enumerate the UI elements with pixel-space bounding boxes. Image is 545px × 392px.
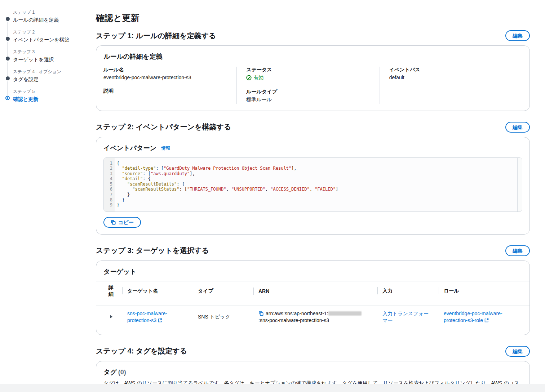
code-token: } xyxy=(117,197,125,202)
step-done-dot-icon xyxy=(6,17,10,21)
rule-detail-col3: イベントバス default xyxy=(380,67,522,104)
code-token: "ACCESS_DENIED" xyxy=(270,187,309,192)
status-label: ステータス xyxy=(246,67,370,73)
step-label: ステップ 1 xyxy=(13,9,96,15)
step-label: ステップ 4 - オプション xyxy=(13,69,96,75)
target-name-link[interactable]: sns-poc-malware-protection-s3 xyxy=(127,311,167,323)
code-token: , xyxy=(265,187,270,192)
edit-step3-button[interactable]: 編集 xyxy=(505,245,530,256)
line-number: 7 xyxy=(104,192,112,197)
code-token: } xyxy=(117,192,130,197)
arn-prefix: arn:aws:sns:ap-northeast-1: xyxy=(266,311,328,316)
code-token xyxy=(117,182,127,187)
page-title: 確認と更新 xyxy=(96,12,530,24)
rule-type-value: 標準ルール xyxy=(246,96,370,103)
code-line: } xyxy=(117,202,517,208)
targets-panel-title: ターゲット xyxy=(103,267,137,276)
edit-step2-button[interactable]: 編集 xyxy=(505,122,530,133)
targets-panel: ターゲット 詳細 ターゲット名 タイプ ARN 入力 ロール sns-poc-m… xyxy=(96,260,530,335)
copy-button[interactable]: コピー xyxy=(103,217,141,228)
step-label: ステップ 2 xyxy=(13,29,96,35)
step3-heading: ステップ 3: ターゲットを選択する xyxy=(96,246,209,255)
col-header-arn: ARN xyxy=(253,285,377,297)
rule-detail-panel-title: ルールの詳細を定義 xyxy=(103,52,163,61)
line-number: 1 xyxy=(104,161,112,166)
event-bus-label: イベントバス xyxy=(389,67,513,73)
code-gutter: 123456789 xyxy=(104,158,115,211)
code-token xyxy=(117,166,122,171)
rule-name-label: ルール名 xyxy=(103,67,227,73)
event-bus-value: default xyxy=(389,74,513,81)
targets-table-header: 詳細 ターゲット名 タイプ ARN 入力 ロール xyxy=(103,281,522,300)
line-number: 5 xyxy=(104,182,112,187)
code-token: "detail" xyxy=(122,176,143,181)
sidebar-item-step4[interactable]: ステップ 4 - オプション タグを設定 xyxy=(6,69,96,89)
info-link[interactable]: 情報 xyxy=(161,146,170,151)
code-token: : [ xyxy=(143,171,151,176)
tags-count: (0) xyxy=(118,369,126,376)
step-title: ターゲットを選択 xyxy=(13,57,96,63)
code-line: "scanResultDetails": { xyxy=(117,182,517,187)
code-line: } xyxy=(117,192,517,197)
code-token: "detail-type" xyxy=(122,166,156,171)
expand-row-caret-icon[interactable] xyxy=(110,315,112,318)
col-header-role: ロール xyxy=(439,285,522,297)
tags-panel-title: タグ xyxy=(103,368,117,377)
step-title: ルールの詳細を定義 xyxy=(13,17,96,23)
role-link[interactable]: eventbridge-poc-malware-protection-s3-ro… xyxy=(444,311,502,323)
code-scrollbar[interactable] xyxy=(517,158,522,211)
sidebar-item-step3[interactable]: ステップ 3 ターゲットを選択 xyxy=(6,49,96,69)
edit-step1-button[interactable]: 編集 xyxy=(505,30,530,41)
step-title: 確認と更新 xyxy=(13,96,96,102)
col-header-input: 入力 xyxy=(377,285,439,297)
code-line: "scanResultStatus": ["THREATS_FOUND", "U… xyxy=(117,187,517,192)
external-link-icon xyxy=(484,318,489,322)
col-header-target-name: ターゲット名 xyxy=(122,285,193,297)
step-title: イベントパターンを構築 xyxy=(13,37,96,43)
page-bottom-strip xyxy=(0,384,545,392)
sidebar-item-step1[interactable]: ステップ 1 ルールの詳細を定義 xyxy=(6,9,96,29)
arn-suffix: :sns-poc-malware-protection-s3 xyxy=(258,317,329,323)
target-table-row: sns-poc-malware-protection-s3 SNS トピック a… xyxy=(103,306,522,328)
sidebar-item-step2[interactable]: ステップ 2 イベントパターンを構築 xyxy=(6,29,96,49)
step-done-dot-icon xyxy=(6,76,10,80)
code-token: "scanResultDetails" xyxy=(127,182,177,187)
code-token xyxy=(117,176,122,181)
step4-heading: ステップ 4: タグを設定する xyxy=(96,346,187,356)
code-token: "scanResultStatus" xyxy=(132,187,179,192)
edit-step4-button[interactable]: 編集 xyxy=(505,346,530,357)
event-pattern-panel-title: イベントパターン xyxy=(103,144,156,152)
code-token: ], xyxy=(190,171,195,176)
code-line: "source": ["aws.guardduty"], xyxy=(117,171,517,177)
code-token: { xyxy=(117,161,119,166)
code-token: , xyxy=(226,187,231,192)
copy-icon xyxy=(111,220,116,225)
code-token xyxy=(117,187,132,192)
redacted-account-id xyxy=(328,311,362,316)
copy-arn-icon[interactable] xyxy=(258,311,263,316)
sidebar-item-step5[interactable]: ステップ 5 確認と更新 xyxy=(6,89,96,108)
code-token: ], xyxy=(291,166,296,171)
code-lines: { "detail-type": ["GuardDuty Malware Pro… xyxy=(115,158,517,211)
status-value: 有効 xyxy=(253,74,263,81)
code-token: , xyxy=(310,187,315,192)
code-token: : [ xyxy=(179,187,187,192)
step-label: ステップ 3 xyxy=(13,49,96,55)
event-pattern-panel: イベントパターン 情報 123456789 { "detail-type": [… xyxy=(96,137,530,235)
input-transformer-link[interactable]: 入力トランスフォーマー xyxy=(382,311,429,323)
code-line: } xyxy=(117,197,517,203)
code-token xyxy=(117,171,122,176)
description-label: 説明 xyxy=(103,88,227,94)
status-badge: 有効 xyxy=(246,74,263,81)
status-enabled-check-icon xyxy=(246,75,252,80)
rule-name-value: eventbridge-poc-malware-protection-s3 xyxy=(103,74,227,81)
step1-heading: ステップ 1: ルールの詳細を定義する xyxy=(96,31,216,41)
code-line: { xyxy=(117,161,517,166)
external-link-icon xyxy=(158,318,162,322)
copy-button-label: コピー xyxy=(118,219,134,226)
code-token: "source" xyxy=(122,171,143,176)
step-title: タグを設定 xyxy=(13,76,96,83)
line-number: 6 xyxy=(104,187,112,192)
wizard-nav: ステップ 1 ルールの詳細を定義 ステップ 2 イベントパターンを構築 ステップ… xyxy=(0,0,96,392)
rule-type-label: ルールタイプ xyxy=(246,89,370,95)
